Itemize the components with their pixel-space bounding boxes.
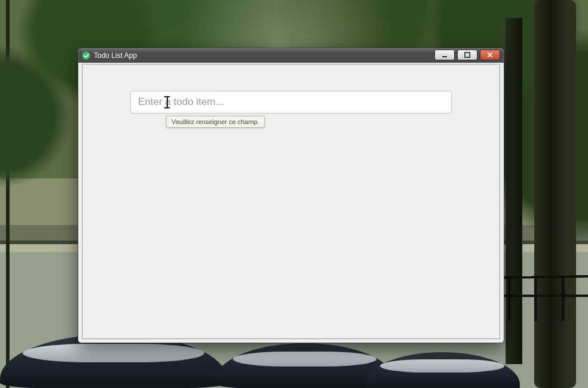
window-controls (434, 50, 500, 60)
boat (365, 352, 520, 388)
check-icon (82, 51, 90, 60)
validation-tooltip: Veuillez renseigner ce champ. (166, 116, 265, 128)
svg-rect-1 (465, 53, 470, 57)
maximize-button[interactable] (457, 50, 477, 60)
close-button[interactable] (480, 50, 500, 60)
app-window: Todo List App Veuillez renseigner ce cha… (78, 48, 504, 343)
todo-input[interactable] (130, 91, 452, 113)
client-area: Veuillez renseigner ce champ. (82, 64, 500, 339)
svg-rect-0 (442, 56, 447, 57)
desktop-wallpaper: Todo List App Veuillez renseigner ce cha… (0, 0, 588, 388)
window-title: Todo List App (94, 51, 137, 60)
tree-trunk (534, 0, 576, 388)
titlebar[interactable]: Todo List App (78, 48, 504, 63)
minimize-button[interactable] (434, 50, 455, 60)
